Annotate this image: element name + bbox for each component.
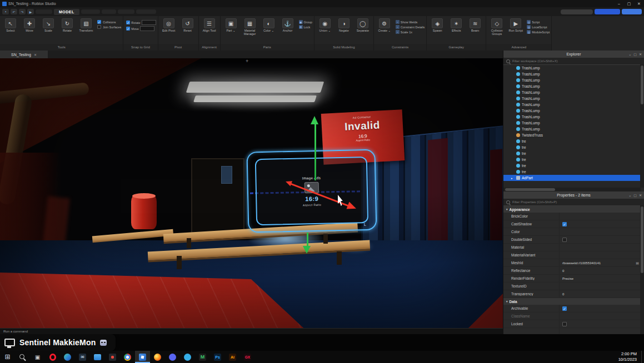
taskbar-clock[interactable]: 2:00 PM 10/1/2023	[618, 351, 641, 362]
prop-value-classname[interactable]	[559, 312, 644, 320]
constraint-details-button[interactable]: ▫Constraint Details	[396, 25, 425, 29]
explorer-item-trashlump[interactable]: TrashLump	[503, 65, 644, 71]
align-tool-button[interactable]: ☰Align Tool	[201, 18, 218, 33]
file-explorer-button[interactable]	[90, 351, 105, 363]
color-button[interactable]: ◐Color ⌄	[260, 18, 278, 33]
properties-header[interactable]: Properties - 2 items ⌄ ▢ ✕	[503, 191, 644, 199]
prop-value-archivable[interactable]: ✓	[559, 305, 644, 312]
section-appearance[interactable]: ▾Appearance	[503, 206, 644, 213]
prop-value-textureid[interactable]	[559, 283, 644, 290]
beam-button[interactable]: ≋Beam	[466, 18, 484, 33]
firefox-button[interactable]	[150, 351, 165, 363]
lock-button[interactable]: ⊠Lock	[299, 25, 312, 29]
tab-model[interactable]: MODEL	[54, 9, 79, 15]
explorer-item-trashlump[interactable]: TrashLump	[503, 120, 644, 126]
explorer-item-trashlump[interactable]: TrashLump	[503, 77, 644, 83]
explorer-item-tre[interactable]: tre	[503, 150, 644, 157]
roblox-studio-button[interactable]	[135, 351, 150, 363]
chevron-down-icon[interactable]: ⌄	[628, 193, 631, 197]
blurred-tab[interactable]	[36, 9, 52, 14]
checkbox-icon[interactable]: ✓	[562, 222, 567, 226]
asset-picker-icon[interactable]: ▤	[636, 261, 639, 265]
y-axis-arrowhead[interactable]	[311, 116, 318, 124]
section-data[interactable]: ▾Data	[503, 298, 644, 305]
anchor-button[interactable]: ⚓Anchor	[279, 18, 297, 33]
share-button[interactable]	[622, 9, 642, 14]
effects-button[interactable]: ✶Effects	[447, 18, 465, 33]
task-view-button[interactable]: ▣	[30, 351, 45, 363]
play-icon[interactable]: ▶	[27, 9, 34, 14]
opera-button[interactable]	[45, 351, 60, 363]
modulescript-button[interactable]: ▤ModuleScript	[527, 30, 550, 34]
scale-1x-button[interactable]: ▫Scale 1x	[396, 30, 425, 34]
opera-gx-button[interactable]: GX	[240, 351, 255, 363]
m-app-button[interactable]: M	[195, 351, 210, 363]
discord-button[interactable]	[165, 351, 180, 363]
show-desktop-button[interactable]	[641, 351, 644, 363]
explorer-item-adpart[interactable]: ▸AdPart	[503, 175, 644, 181]
y-axis-arrowhead-down[interactable]	[303, 246, 311, 254]
prop-value-renderfidelity[interactable]: Precise	[559, 275, 644, 282]
reset-button[interactable]: ↺Reset	[179, 18, 197, 33]
move-button[interactable]: ✚Move	[21, 18, 38, 33]
material-manager-button[interactable]: ▦Material Manager	[241, 18, 259, 37]
explorer-item-tre[interactable]: tre	[503, 144, 644, 150]
explorer-item-twistedtruss[interactable]: TwistedTruss	[503, 132, 644, 138]
chevron-down-icon[interactable]: ⌄	[628, 52, 631, 56]
illustrator-button[interactable]: Ai	[225, 351, 240, 363]
run-script-button[interactable]: ▶Run Script	[507, 18, 525, 33]
explorer-item-trashlump[interactable]: TrashLump	[503, 83, 644, 89]
close-panel-icon[interactable]: ✕	[639, 193, 642, 197]
skype-button[interactable]	[180, 351, 195, 363]
prop-value-locked[interactable]	[559, 320, 644, 327]
collaborate-button[interactable]	[595, 9, 620, 14]
y-axis-handle[interactable]	[314, 124, 316, 180]
prop-value-doublesided[interactable]	[559, 236, 644, 243]
join-surfaces-checkbox[interactable]: Join Surfaces	[97, 25, 121, 29]
prop-value-transparency[interactable]: 0	[559, 290, 644, 298]
prop-value-material[interactable]	[559, 244, 644, 251]
rotate-button[interactable]: ↻Rotate	[58, 18, 76, 33]
explorer-item-tre[interactable]: tre	[503, 138, 644, 144]
save-icon[interactable]: ▪	[2, 9, 9, 14]
create-button[interactable]: ⚙Create ⌄	[376, 18, 393, 33]
union-button[interactable]: ◉Union ⌄	[316, 18, 334, 33]
3d-viewport[interactable]: Ad Container Invalid 16:9 Aspect Ratio I…	[0, 58, 503, 334]
rotate-input[interactable]	[142, 20, 156, 25]
blurred-tab[interactable]	[136, 9, 156, 14]
explorer-horizontal-scrollbar[interactable]	[503, 188, 641, 191]
expander-icon[interactable]: ▸	[511, 177, 515, 180]
explorer-item-trashlump[interactable]: TrashLump	[503, 102, 644, 108]
separate-button[interactable]: ◯Separate	[354, 18, 372, 33]
search-button[interactable]	[15, 351, 30, 363]
checkbox-icon[interactable]: ✓	[126, 21, 130, 24]
start-button[interactable]: ⊞	[0, 351, 15, 363]
collisions-checkbox[interactable]: ✓Collisions	[97, 20, 121, 24]
collision-groups-button[interactable]: ◇Collision Groups	[488, 18, 506, 37]
media-player-button[interactable]	[105, 351, 120, 363]
move-input[interactable]	[140, 26, 154, 31]
prop-value-castshadow[interactable]: ✓	[559, 220, 644, 228]
prop-value-materialvariant[interactable]	[559, 251, 644, 259]
photoshop-button[interactable]: Ps	[210, 351, 225, 363]
properties-vertical-scrollbar[interactable]	[640, 205, 644, 334]
explorer-item-tre[interactable]: tre	[503, 163, 644, 169]
select-button[interactable]: ↖Select	[2, 18, 19, 33]
tab-close-icon[interactable]: ✕	[34, 53, 37, 57]
float-panel-icon[interactable]: ▢	[633, 52, 637, 56]
explorer-item-trashlump[interactable]: TrashLump	[503, 89, 644, 95]
tab-sn-testing[interactable]: SN_Testing ✕	[0, 51, 48, 58]
chrome-button[interactable]	[120, 351, 135, 363]
transform-button[interactable]: ▧Transform	[77, 18, 95, 33]
edit-pivot-button[interactable]: ◎Edit Pivot	[160, 18, 178, 33]
properties-filter-input[interactable]: Filter Properties (Ctrl+Shift+P)	[503, 199, 644, 206]
show-welds-button[interactable]: ▫Show Welds	[396, 20, 425, 24]
explorer-item-trashlump[interactable]: TrashLump	[503, 108, 644, 114]
blurred-tab[interactable]	[118, 9, 134, 14]
undo-icon[interactable]: ↶	[11, 9, 17, 14]
close-panel-icon[interactable]: ✕	[639, 52, 642, 56]
prop-value-meshid[interactable]: rbxassetid://10055340141▤	[559, 259, 644, 266]
explorer-item-trashlump[interactable]: TrashLump	[503, 95, 644, 102]
checkbox-icon[interactable]: ✓	[126, 27, 130, 31]
maximize-button[interactable]: ▢	[624, 0, 634, 7]
